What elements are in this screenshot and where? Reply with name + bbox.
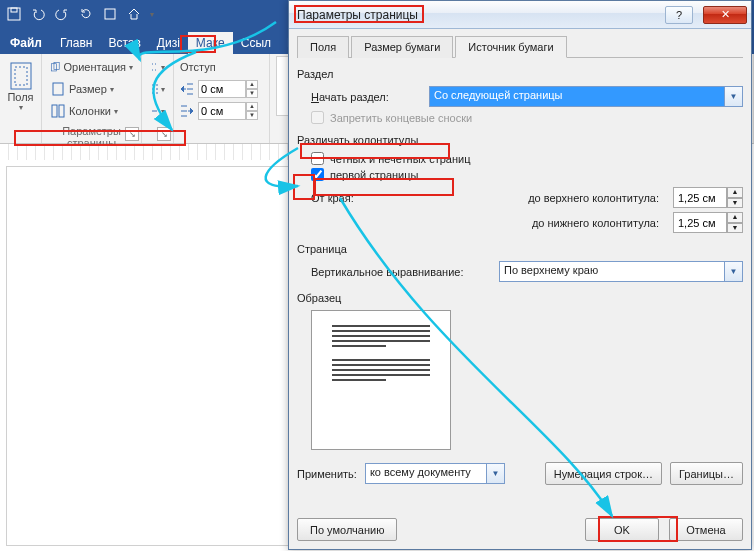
suppress-endnotes-label: Запретить концевые сноски (330, 112, 472, 124)
redo-icon[interactable] (54, 6, 70, 22)
suppress-endnotes-row: Запретить концевые сноски (311, 111, 743, 124)
tab-margins[interactable]: Поля (297, 36, 349, 58)
start-section-label: ННачать раздел:ачать раздел: (311, 91, 421, 103)
line-numbers-button[interactable]: Нумерация строк… (545, 462, 662, 485)
home-icon[interactable] (126, 6, 142, 22)
page-setup-launcher[interactable]: ↘ (125, 127, 139, 141)
section-preview-title: Образец (297, 292, 743, 304)
section-section: Раздел ННачать раздел:ачать раздел: Со с… (297, 68, 743, 124)
spin-up-icon[interactable]: ▲ (727, 187, 743, 198)
indent-right-spin[interactable]: ▲▼ (198, 102, 258, 120)
svg-rect-2 (105, 9, 115, 19)
indent-right-row: ▲▼ (180, 100, 263, 122)
apply-label: Применить: (297, 468, 357, 480)
indent-title-row: Отступ (180, 56, 263, 78)
indent-title: Отступ (180, 61, 216, 73)
to-header-label: до верхнего колонтитула: (379, 192, 665, 204)
svg-rect-8 (52, 105, 57, 117)
section-headers-title: Различать колонтитулы (297, 134, 743, 146)
spin-up-icon[interactable]: ▲ (727, 212, 743, 223)
tab-insert[interactable]: Встав (100, 32, 148, 54)
linenum-icon (150, 82, 158, 96)
undo-icon[interactable] (30, 6, 46, 22)
defaults-button[interactable]: По умолчанию (297, 518, 397, 541)
margins-label: Поля (7, 91, 33, 103)
dialog-titlebar: Параметры страницы ? ✕ (289, 1, 751, 29)
break-icon (150, 60, 158, 74)
apply-combo[interactable]: ко всему документу ▼ (365, 463, 505, 484)
section-page-title: Страница (297, 243, 743, 255)
save-icon[interactable] (6, 6, 22, 22)
tab-design[interactable]: Дизі (149, 32, 188, 54)
help-button[interactable]: ? (665, 6, 693, 24)
indent-left-icon (180, 82, 194, 96)
cancel-button[interactable]: Отмена (669, 518, 743, 541)
indent-right-input[interactable] (198, 102, 246, 120)
chevron-down-icon: ▼ (486, 464, 504, 483)
svg-rect-0 (8, 8, 20, 20)
start-section-row: ННачать раздел:ачать раздел: Со следующе… (311, 86, 743, 107)
suppress-endnotes-checkbox (311, 111, 324, 124)
linenum-button[interactable]: ▾ (148, 78, 167, 100)
footer-distance-input[interactable] (673, 212, 727, 233)
orientation-button[interactable]: Ориентация▾ (48, 56, 135, 78)
section-preview: Образец (297, 292, 743, 450)
tab-references[interactable]: Ссыл (233, 32, 279, 54)
dialog-tabs: Поля Размер бумаги Источник бумаги (297, 35, 743, 58)
tab-paper-source[interactable]: Источник бумаги (455, 36, 566, 58)
tab-home[interactable]: Главн (52, 32, 101, 54)
margins-icon (8, 61, 34, 91)
breaks-button[interactable]: ▾ (148, 56, 167, 78)
group-page-setup: Ориентация▾ Размер▾ Колонки▾ Параметры с… (42, 54, 142, 143)
hyphen-button[interactable]: ▾ (148, 100, 167, 122)
margins-button[interactable]: Поля ▾ (6, 60, 35, 113)
insert-icon[interactable] (102, 6, 118, 22)
size-icon (50, 81, 66, 97)
start-section-combo[interactable]: Со следующей страницы ▼ (429, 86, 743, 107)
size-button[interactable]: Размер▾ (48, 78, 135, 100)
first-page-label: первой страницы (330, 169, 418, 181)
tab-paper-size[interactable]: Размер бумаги (351, 36, 453, 58)
columns-button[interactable]: Колонки▾ (48, 100, 135, 122)
svg-rect-7 (53, 83, 63, 95)
columns-label: Колонки (69, 105, 111, 117)
close-button[interactable]: ✕ (703, 6, 747, 24)
indent-left-spin[interactable]: ▲▼ (198, 80, 258, 98)
section-page: Страница Вертикальное выравнивание: По в… (297, 243, 743, 282)
chevron-down-icon: ▼ (724, 87, 742, 106)
breaks-launcher[interactable]: ↘ (157, 127, 171, 141)
borders-button[interactable]: Границы… (670, 462, 743, 485)
orientation-icon (50, 59, 61, 75)
hyphen-icon (150, 104, 158, 118)
svg-rect-9 (59, 105, 64, 117)
tab-layout[interactable]: Маке (188, 32, 233, 54)
columns-icon (50, 103, 66, 119)
start-section-value: Со следующей страницы (430, 87, 724, 106)
qat-dropdown-icon[interactable]: ▾ (150, 10, 154, 19)
svg-rect-1 (11, 8, 17, 12)
preview-thumbnail (311, 310, 451, 450)
refresh-icon[interactable] (78, 6, 94, 22)
indent-left-input[interactable] (198, 80, 246, 98)
indent-left-row: ▲▼ (180, 78, 263, 100)
tab-file[interactable]: Файл (4, 32, 52, 54)
odd-even-row: четных и нечетных страниц (311, 152, 743, 165)
footer-distance-spin[interactable]: ▲▼ (673, 212, 743, 233)
first-page-checkbox[interactable] (311, 168, 324, 181)
dialog-title-text: Параметры страницы (297, 8, 659, 22)
section-headers: Различать колонтитулы четных и нечетных … (297, 134, 743, 233)
group-indent: Отступ ▲▼ ▲▼ (174, 54, 270, 143)
orientation-label: Ориентация (64, 61, 126, 73)
apply-value: ко всему документу (366, 464, 486, 483)
page-setup-dialog: Параметры страницы ? ✕ Поля Размер бумаг… (288, 0, 752, 550)
spin-down-icon[interactable]: ▼ (727, 198, 743, 209)
valign-combo[interactable]: По верхнему краю ▼ (499, 261, 743, 282)
header-distance-spin[interactable]: ▲▼ (673, 187, 743, 208)
spin-down-icon[interactable]: ▼ (727, 223, 743, 234)
odd-even-checkbox[interactable] (311, 152, 324, 165)
header-distance-input[interactable] (673, 187, 727, 208)
ok-button[interactable]: OK (585, 518, 659, 541)
to-footer-label: до нижнего колонтитула: (379, 217, 665, 229)
group-margins: Поля ▾ (0, 54, 42, 143)
section-section-title: Раздел (297, 68, 743, 80)
